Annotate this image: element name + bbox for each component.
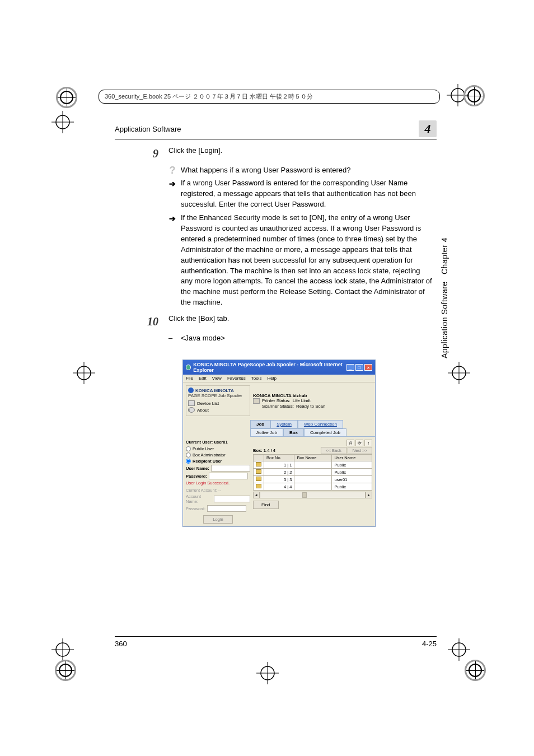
menu-edit[interactable]: Edit	[199, 376, 207, 381]
box-icon-cell	[254, 461, 264, 469]
arrow-icon: ➔	[168, 213, 176, 308]
account-name-input[interactable]	[214, 496, 250, 502]
scroll-left-button[interactable]: ◂	[253, 492, 260, 498]
box-icon	[256, 477, 261, 481]
minimize-button[interactable]: _	[346, 364, 354, 371]
horizontal-scrollbar[interactable]: ◂ ▸	[253, 492, 372, 498]
col-box-no[interactable]: Box No.	[264, 455, 294, 461]
radio-public-user[interactable]	[186, 446, 191, 451]
account-password-input[interactable]	[207, 505, 246, 512]
side-chapter-label: Chapter 4	[440, 237, 449, 274]
col-icon[interactable]	[254, 455, 264, 461]
scroll-track[interactable]	[260, 492, 366, 498]
table-row[interactable]: 4 | 4Public	[254, 483, 372, 491]
table-row[interactable]: 1 | 1Public	[254, 461, 372, 469]
cell-box-name	[294, 461, 332, 469]
box-range: Box: 1-4 / 4	[253, 448, 275, 453]
user-name-input[interactable]	[211, 465, 250, 472]
subtab-active-job[interactable]: Active Job	[250, 428, 283, 436]
crop-crosshair	[51, 638, 74, 661]
crop-mark-ring	[56, 87, 77, 108]
crop-mark-ring	[55, 660, 76, 681]
km-logo-icon	[188, 388, 194, 393]
radio-recipient-user[interactable]	[186, 459, 191, 464]
cell-box-no: 3 | 3	[264, 476, 294, 483]
col-user-name[interactable]: User Name	[332, 455, 372, 461]
current-user-value: user01	[214, 440, 227, 445]
box-icon-cell	[254, 476, 264, 483]
crop-mark-ring-grey	[463, 85, 485, 106]
tab-job[interactable]: Job	[250, 420, 270, 428]
maximize-button[interactable]: □	[355, 364, 363, 371]
question-text: What happens if a wrong User Password is…	[181, 165, 351, 176]
user-name-label: User Name:	[186, 466, 209, 471]
answer-text: If a wrong User Password is entered for …	[181, 178, 434, 210]
about-icon: i	[188, 407, 195, 413]
cell-user-name: Public	[332, 483, 372, 491]
window-titlebar: KONICA MINOLTA PageScope Job Spooler - M…	[183, 360, 375, 375]
tab-system[interactable]: System	[270, 420, 298, 428]
subtab-completed-job[interactable]: Completed Job	[304, 428, 346, 436]
login-panel: Current User: user01 Public User Box Adm…	[186, 440, 250, 524]
radio-box-admin[interactable]	[186, 452, 191, 458]
box-icon	[256, 484, 261, 488]
device-list-link[interactable]: Device List	[197, 401, 219, 406]
menu-favorites[interactable]: Favorites	[227, 376, 246, 381]
box-icon	[256, 462, 261, 466]
header-rule	[115, 139, 437, 139]
cell-box-no: 4 | 4	[264, 483, 294, 491]
account-name-label: Account Name:	[186, 494, 212, 504]
menu-view[interactable]: View	[212, 376, 222, 381]
table-row[interactable]: 2 | 2Public	[254, 469, 372, 476]
menu-file[interactable]: File	[186, 376, 193, 381]
password-input[interactable]	[209, 473, 248, 479]
crop-crosshair	[256, 662, 279, 684]
print-icon[interactable]: ⎙	[346, 440, 354, 446]
footer-rule	[115, 636, 437, 637]
printer-status-value: Life Limit	[293, 398, 311, 404]
tab-web-connection[interactable]: Web Connection	[298, 420, 343, 428]
col-box-name[interactable]: Box Name	[294, 455, 332, 461]
printer-icon	[253, 398, 260, 404]
printer-status-label: Printer Status:	[262, 398, 291, 404]
crop-crosshair	[73, 362, 95, 384]
cell-box-name	[294, 476, 332, 483]
login-button[interactable]: Login	[203, 515, 232, 524]
scanner-status-value: Ready to Scan	[296, 404, 325, 409]
scroll-thumb[interactable]	[302, 492, 307, 498]
menu-tools[interactable]: Tools	[251, 376, 262, 381]
dash-bullet: –	[168, 333, 175, 344]
question-mark-icon: ?	[168, 165, 176, 176]
subtab-box[interactable]: Box	[283, 428, 304, 436]
cell-box-no: 1 | 1	[264, 461, 294, 469]
step-text: Click the [Login].	[168, 146, 434, 162]
sub-text: <Java mode>	[181, 333, 225, 344]
find-button[interactable]: Find	[253, 501, 279, 509]
header-file-info: 360_security_E.book 25 ページ ２００７年３月７日 水曜日…	[99, 90, 440, 104]
cell-user-name: user01	[332, 476, 372, 483]
window-title: KONICA MINOLTA PageScope Job Spooler - M…	[193, 362, 346, 373]
refresh-icon[interactable]: ⟳	[355, 440, 363, 446]
next-button[interactable]: Next >>	[348, 447, 372, 454]
box-icon-cell	[254, 483, 264, 491]
arrow-icon: ➔	[168, 178, 176, 210]
footer-right: 4-25	[422, 640, 437, 648]
up-icon[interactable]: ↑	[364, 440, 372, 446]
back-button[interactable]: << Back	[321, 447, 346, 454]
menu-help[interactable]: Help	[267, 376, 276, 381]
current-account-label: Current Account:	[186, 488, 217, 493]
scroll-right-button[interactable]: ▸	[366, 492, 372, 498]
cell-box-name	[294, 469, 332, 476]
current-user-label: Current User:	[186, 440, 213, 445]
login-status-message: User Login Succeeded.	[186, 480, 250, 486]
account-password-label: Password:	[186, 506, 205, 511]
side-section-label: Application Software	[440, 281, 449, 358]
device-list-icon	[188, 400, 195, 406]
ie-menubar[interactable]: File Edit View Favorites Tools Help	[183, 375, 375, 382]
cell-user-name: Public	[332, 469, 372, 476]
answer-text: If the Enhanced Security mode is set to …	[181, 213, 434, 308]
table-row[interactable]: 3 | 3user01	[254, 476, 372, 483]
box-icon	[256, 469, 261, 474]
close-button[interactable]: ×	[364, 364, 372, 371]
about-link[interactable]: About	[197, 408, 209, 413]
